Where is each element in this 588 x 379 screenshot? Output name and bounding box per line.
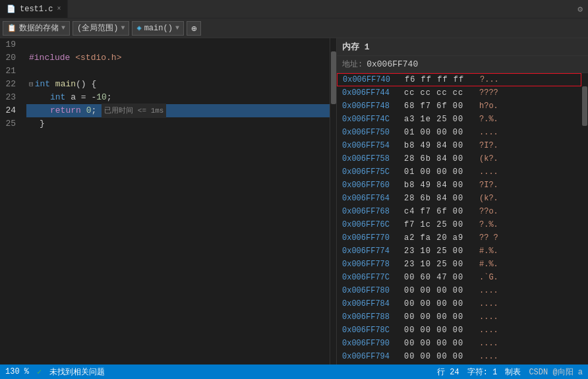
memory-row-chars: ?? ?	[479, 233, 576, 243]
context-label: (全局范围)	[77, 22, 118, 34]
memory-row-address: 0x006FF774	[342, 247, 401, 256]
memory-row-address: 0x006FF768	[342, 207, 401, 216]
memory-row-bytes: f7 1c 25 00	[404, 220, 477, 229]
fold-icon[interactable]: ⊟	[29, 78, 34, 91]
int-keyword: int	[35, 78, 50, 91]
memory-row-chars: ....	[479, 352, 576, 361]
line-numbers: 19 20 21 22 23 24 25	[0, 38, 26, 364]
memory-row-address: 0x006FF748	[342, 102, 401, 111]
memory-row-address: 0x006FF74C	[342, 115, 401, 124]
memory-row-chars: ????	[479, 88, 576, 98]
memory-row[interactable]: 0x006FF74Ca3 1e 25 00?.%.	[337, 113, 581, 126]
func-dropdown-arrow: ▼	[175, 24, 179, 32]
line-num-21: 21	[0, 65, 21, 78]
memory-row[interactable]: 0x006FF77C00 60 47 00.`G.	[337, 271, 581, 284]
memory-row-chars: #.%.	[479, 260, 576, 269]
memory-row-bytes: 00 00 00 00	[404, 352, 477, 361]
memory-row-chars: #.%.	[479, 247, 576, 256]
memory-row-address: 0x006FF788	[342, 312, 401, 322]
context-dropdown-arrow: ▼	[121, 24, 125, 32]
tab-filename: test1.c	[20, 5, 53, 14]
toolbar: 📋 数据的存储 ▼ (全局范围) ▼ ◈ main() ▼ ⊕	[0, 18, 588, 38]
memory-row[interactable]: 0x006FF74868 f7 6f 00h?o.	[337, 100, 581, 113]
closing-brace: }	[40, 117, 45, 131]
memory-row-address: 0x006FF764	[342, 194, 401, 203]
context-selector[interactable]: (全局范围) ▼	[73, 21, 129, 36]
memory-row-address: 0x006FF750	[342, 128, 401, 137]
memory-row[interactable]: 0x006FF75001 00 00 00....	[337, 126, 581, 139]
var-a: a =	[71, 91, 91, 104]
memory-row[interactable]: 0x006FF78400 00 00 00....	[337, 297, 581, 310]
add-panel-button[interactable]: ⊕	[187, 21, 201, 36]
memory-row[interactable]: 0x006FF760b8 49 84 00?I?.	[337, 179, 581, 192]
address-value[interactable]: 0x006FF740	[367, 59, 418, 69]
code-line-21	[26, 65, 330, 78]
memory-row-chars: ?I?.	[479, 181, 576, 190]
tab-bar: 📄 test1.c × ⚙	[0, 0, 588, 18]
function-selector[interactable]: ◈ main() ▼	[132, 21, 183, 36]
editor-scrollbar[interactable]	[330, 38, 336, 364]
code-line-23: int a = -10;	[26, 91, 330, 104]
memory-row-chars: ....	[479, 312, 576, 322]
func-label: main()	[144, 24, 173, 33]
memory-row-address: 0x006FF754	[342, 141, 401, 150]
file-tab[interactable]: 📄 test1.c ×	[0, 0, 68, 18]
warning-label: 未找到相关问题	[49, 366, 105, 378]
memory-row-chars: ?...	[480, 75, 575, 84]
memory-row[interactable]: 0x006FF768c4 f7 6f 00??o.	[337, 205, 581, 218]
memory-row[interactable]: 0x006FF744cc cc cc cc????	[337, 86, 581, 100]
memory-row-bytes: 23 10 25 00	[404, 260, 477, 269]
memory-row[interactable]: 0x006FF77823 10 25 00#.%.	[337, 258, 581, 271]
memory-row-bytes: 28 6b 84 00	[404, 154, 477, 163]
tab-close-button[interactable]: ×	[57, 5, 61, 13]
memory-row[interactable]: 0x006FF740f6 ff ff ff?...	[337, 73, 581, 86]
memory-row[interactable]: 0x006FF75C01 00 00 00....	[337, 165, 581, 179]
memory-scrollbar-thumb[interactable]	[582, 86, 587, 126]
memory-row[interactable]: 0x006FF77423 10 25 00#.%.	[337, 245, 581, 258]
return-keyword: return	[50, 104, 81, 117]
memory-row-bytes: 68 f7 6f 00	[404, 102, 477, 111]
memory-scrollbar[interactable]	[581, 73, 588, 364]
memory-row-chars: h?o.	[479, 102, 576, 111]
memory-row[interactable]: 0x006FF79000 00 00 00....	[337, 337, 581, 350]
main-funcname: main	[55, 78, 76, 91]
zoom-level: 130 %	[5, 367, 29, 376]
memory-row-chars: (k?.	[479, 154, 576, 163]
memory-row[interactable]: 0x006FF76Cf7 1c 25 00?.%.	[337, 218, 581, 231]
memory-row-chars: ....	[479, 326, 576, 335]
memory-row-chars: ....	[479, 128, 576, 137]
memory-row-chars: ....	[479, 339, 576, 348]
include-header: <stdio.h>	[75, 51, 121, 65]
code-area[interactable]: #include <stdio.h> ⊟int main() { int a =…	[26, 38, 330, 364]
memory-row-bytes: a3 1e 25 00	[404, 115, 477, 124]
scope-label: 数据的存储	[19, 22, 59, 34]
memory-row-chars: ....	[479, 167, 576, 177]
row-indicator: 行 24	[437, 366, 459, 378]
check-icon: ✓	[37, 367, 42, 377]
scope-selector[interactable]: 📋 数据的存储 ▼	[3, 21, 70, 36]
memory-row-address: 0x006FF78C	[342, 326, 401, 335]
memory-row[interactable]: 0x006FF770a2 fa 20 a9?? ?	[337, 231, 581, 245]
memory-row-bytes: 28 6b 84 00	[404, 194, 477, 203]
memory-row-chars: ?I?.	[479, 141, 576, 150]
main-area: 19 20 21 22 23 24 25 #include <stdio.h>	[0, 38, 588, 364]
settings-button[interactable]: ⚙	[572, 4, 588, 15]
memory-row-bytes: 00 00 00 00	[404, 326, 477, 335]
code-line-22: ⊟int main() {	[26, 78, 330, 91]
code-line-24: ➤ return 0;已用时间 <= 1ms	[26, 104, 330, 117]
memory-row[interactable]: 0x006FF75828 6b 84 00(k?.	[337, 152, 581, 165]
memory-row[interactable]: 0x006FF78C00 00 00 00....	[337, 324, 581, 337]
time-badge: 已用时间 <= 1ms	[102, 103, 166, 118]
memory-row[interactable]: 0x006FF78800 00 00 00....	[337, 310, 581, 324]
memory-row[interactable]: 0x006FF754b8 49 84 00?I?.	[337, 139, 581, 152]
memory-row-address: 0x006FF778	[342, 260, 401, 269]
line-num-19: 19	[0, 38, 21, 51]
code-line-19	[26, 38, 330, 51]
memory-row[interactable]: 0x006FF79400 00 00 00....	[337, 350, 581, 363]
memory-row[interactable]: 0x006FF76428 6b 84 00(k?.	[337, 192, 581, 205]
memory-panel: 内存 1 地址: 0x006FF740 0x006FF740f6 ff ff f…	[336, 38, 588, 364]
memory-row[interactable]: 0x006FF78000 00 00 00....	[337, 284, 581, 297]
editor-scrollbar-thumb[interactable]	[331, 51, 336, 104]
memory-row-bytes: 01 00 00 00	[404, 128, 477, 137]
status-bar: 130 % ✓ 未找到相关问题 行 24 字符: 1 制表 CSDN @向阳 a	[0, 364, 588, 379]
